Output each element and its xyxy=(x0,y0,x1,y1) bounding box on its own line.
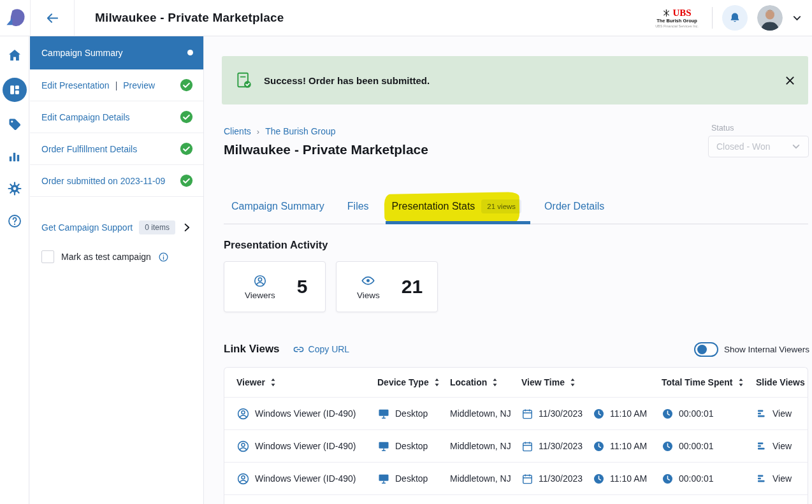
check-circle-icon xyxy=(180,110,193,124)
clock-icon xyxy=(593,473,605,485)
sidebar-item-campaign-summary[interactable]: Campaign Summary xyxy=(30,36,203,69)
view-link[interactable]: View xyxy=(772,473,792,484)
table-row: Windows Viewer (ID-490) Desktop Middleto… xyxy=(224,429,808,462)
gear-icon[interactable] xyxy=(7,181,22,196)
column-header-view-time[interactable]: View Time xyxy=(521,377,662,387)
breadcrumb-separator: › xyxy=(257,127,259,136)
link-separator: | xyxy=(115,80,118,90)
device-type-cell: Desktop xyxy=(377,440,450,452)
column-header-viewer[interactable]: Viewer xyxy=(236,377,377,387)
campaigns-nav-active[interactable] xyxy=(3,78,27,102)
slide-views-cell[interactable]: View xyxy=(756,440,808,452)
view-time-cell: 11/30/2023 11:10 AM xyxy=(521,473,662,485)
home-icon[interactable] xyxy=(7,48,22,63)
desktop-monitor-icon xyxy=(377,472,390,485)
edit-presentation-link[interactable]: Edit Presentation xyxy=(41,80,110,90)
slide-bars-icon xyxy=(756,408,767,419)
viewer-cell: Windows Viewer (ID-490) xyxy=(236,440,377,453)
current-step-dot-icon xyxy=(187,50,193,55)
view-link[interactable]: View xyxy=(772,408,792,419)
slide-bars-icon xyxy=(756,473,767,484)
avatar-photo xyxy=(757,5,783,31)
bar-chart-icon[interactable] xyxy=(7,149,22,164)
viewer-person-icon xyxy=(236,440,250,453)
sidebar-item-order-submitted[interactable]: Order submitted on 2023-11-09 xyxy=(30,165,203,197)
device-type-cell: Desktop xyxy=(377,407,450,420)
sidebar-item-edit-campaign-details[interactable]: Edit Campaign Details xyxy=(30,101,203,133)
show-internal-viewers-toggle[interactable] xyxy=(694,342,718,357)
status-dropdown[interactable]: Closed - Won xyxy=(708,136,809,157)
support-label: Get Campaign Support xyxy=(41,222,133,233)
bell-icon xyxy=(729,11,741,24)
sort-icon[interactable] xyxy=(738,378,744,387)
device-type-cell: Desktop xyxy=(377,472,450,485)
page-title: Milwaukee - Private Marketplace xyxy=(224,142,428,157)
tab-order-details[interactable]: Order Details xyxy=(544,189,604,224)
help-icon[interactable] xyxy=(7,213,22,229)
clock-icon xyxy=(593,408,605,420)
icon-rail xyxy=(0,36,29,504)
status-label: Status xyxy=(711,124,734,133)
yellow-highlight-annotation xyxy=(384,192,519,224)
tab-label: Campaign Summary xyxy=(231,201,324,212)
sidebar-item-edit-presentation[interactable]: Edit Presentation | Preview xyxy=(30,69,203,101)
tab-files[interactable]: Files xyxy=(347,189,369,224)
sort-icon[interactable] xyxy=(492,378,498,387)
viewer-cell: Windows Viewer (ID-490) xyxy=(236,472,377,486)
sidebar-item-label: Campaign Summary xyxy=(41,48,123,58)
avatar[interactable] xyxy=(757,5,783,31)
ubs-group-name: The Burish Group xyxy=(655,18,699,24)
table-row: Windows Viewer (ID-490) Desktop Middleto… xyxy=(224,397,808,429)
account-chevron-down-icon[interactable] xyxy=(792,13,802,23)
viewers-value: 5 xyxy=(297,276,308,298)
back-button[interactable] xyxy=(30,0,75,36)
preview-link[interactable]: Preview xyxy=(123,80,155,90)
tab-presentation-stats[interactable]: Presentation Stats 21 views xyxy=(392,189,522,224)
info-icon[interactable] xyxy=(158,252,169,263)
location-cell: Middletown, NJ xyxy=(450,441,521,451)
chevron-right-icon xyxy=(182,222,192,233)
tab-label: Files xyxy=(347,201,369,212)
sort-icon[interactable] xyxy=(434,378,440,387)
toggle-knob xyxy=(697,345,707,354)
view-link[interactable]: View xyxy=(772,441,792,451)
toggle-label: Show Internal Viewers xyxy=(724,345,809,354)
views-eye-icon xyxy=(361,273,375,288)
success-banner: Success! Order has been submitted. xyxy=(222,56,808,104)
close-icon[interactable] xyxy=(785,75,795,86)
column-header-slide-views: Slide Views xyxy=(756,377,808,387)
slide-views-cell[interactable]: View xyxy=(756,473,808,484)
slide-bars-icon xyxy=(756,440,767,452)
sidebar-item-label: Edit Campaign Details xyxy=(41,112,130,122)
breadcrumb-clients[interactable]: Clients xyxy=(224,126,251,136)
tag-icon[interactable] xyxy=(7,117,22,132)
window-title: Milwaukee - Private Marketplace xyxy=(95,11,284,25)
test-campaign-label: Mark as test campaign xyxy=(61,252,151,262)
get-campaign-support[interactable]: Get Campaign Support 0 items xyxy=(30,215,203,240)
copy-url-button[interactable]: Copy URL xyxy=(293,343,350,356)
breadcrumb-burish-group[interactable]: The Burish Group xyxy=(265,126,336,136)
sort-icon[interactable] xyxy=(570,378,576,387)
tab-campaign-summary[interactable]: Campaign Summary xyxy=(231,189,324,224)
slide-views-cell[interactable]: View xyxy=(756,408,808,419)
app-logo[interactable] xyxy=(0,0,30,36)
check-circle-icon xyxy=(180,174,193,187)
dashboard-icon xyxy=(8,83,22,97)
main-content: Success! Order has been submitted. Clien… xyxy=(204,36,812,504)
column-header-location[interactable]: Location xyxy=(450,377,521,387)
clock-icon xyxy=(662,408,674,420)
column-header-total-time-spent[interactable]: Total Time Spent xyxy=(662,377,756,387)
sidebar-item-order-fulfillment[interactable]: Order Fulfillment Details xyxy=(30,133,203,165)
notifications-button[interactable] xyxy=(722,5,748,31)
clock-icon xyxy=(662,473,674,485)
test-campaign-checkbox[interactable] xyxy=(41,250,54,263)
calendar-icon xyxy=(521,440,533,452)
view-time-cell: 11/30/2023 11:10 AM xyxy=(521,440,662,452)
header-actions: UBS The Burish Group UBS Financial Servi… xyxy=(651,5,812,31)
sort-icon[interactable] xyxy=(270,378,276,387)
location-cell: Middletown, NJ xyxy=(450,473,521,484)
total-time-cell: 00:00:01 xyxy=(662,473,756,485)
ubs-brand-block: UBS The Burish Group UBS Financial Servi… xyxy=(651,6,702,30)
copy-url-label: Copy URL xyxy=(308,344,350,354)
column-header-device-type[interactable]: Device Type xyxy=(377,377,450,387)
